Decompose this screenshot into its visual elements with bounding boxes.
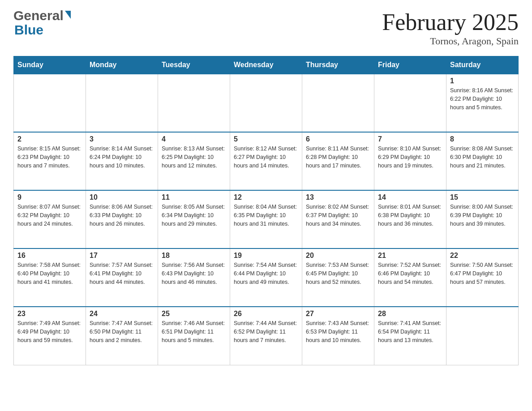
day-number: 23 [17, 310, 82, 318]
day-number: 14 [378, 193, 442, 201]
calendar-cell [446, 307, 519, 365]
calendar-cell: 7Sunrise: 8:10 AM Sunset: 6:29 PM Daylig… [374, 132, 446, 190]
day-number: 8 [450, 135, 515, 143]
day-number: 13 [306, 193, 370, 201]
week-row-5: 23Sunrise: 7:49 AM Sunset: 6:49 PM Dayli… [14, 307, 519, 365]
location-subtitle: Tornos, Aragon, Spain [382, 35, 519, 47]
month-year-title: February 2025 [382, 9, 519, 35]
day-info: Sunrise: 8:08 AM Sunset: 6:30 PM Dayligh… [450, 145, 515, 170]
calendar-cell: 2Sunrise: 8:15 AM Sunset: 6:23 PM Daylig… [14, 132, 86, 190]
day-info: Sunrise: 8:04 AM Sunset: 6:35 PM Dayligh… [234, 203, 298, 228]
day-info: Sunrise: 7:50 AM Sunset: 6:47 PM Dayligh… [450, 261, 515, 286]
header-row: SundayMondayTuesdayWednesdayThursdayFrid… [14, 56, 519, 74]
calendar-cell: 1Sunrise: 8:16 AM Sunset: 6:22 PM Daylig… [446, 74, 519, 132]
day-number: 28 [378, 310, 442, 318]
day-number: 22 [450, 252, 515, 260]
calendar-cell: 28Sunrise: 7:41 AM Sunset: 6:54 PM Dayli… [374, 307, 446, 365]
day-number: 6 [306, 135, 370, 143]
day-info: Sunrise: 8:07 AM Sunset: 6:32 PM Dayligh… [17, 203, 82, 228]
day-number: 27 [306, 310, 370, 318]
calendar-cell: 23Sunrise: 7:49 AM Sunset: 6:49 PM Dayli… [14, 307, 86, 365]
week-row-1: 1Sunrise: 8:16 AM Sunset: 6:22 PM Daylig… [14, 74, 519, 132]
day-info: Sunrise: 8:01 AM Sunset: 6:38 PM Dayligh… [378, 203, 442, 228]
day-number: 4 [162, 135, 226, 143]
calendar-cell: 26Sunrise: 7:44 AM Sunset: 6:52 PM Dayli… [230, 307, 302, 365]
calendar-cell: 16Sunrise: 7:58 AM Sunset: 6:40 PM Dayli… [14, 248, 86, 307]
day-info: Sunrise: 8:06 AM Sunset: 6:33 PM Dayligh… [90, 203, 154, 228]
day-number: 24 [90, 310, 154, 318]
day-info: Sunrise: 8:05 AM Sunset: 6:34 PM Dayligh… [162, 203, 226, 228]
calendar-cell: 17Sunrise: 7:57 AM Sunset: 6:41 PM Dayli… [86, 248, 158, 307]
day-info: Sunrise: 8:11 AM Sunset: 6:28 PM Dayligh… [306, 145, 370, 170]
day-number: 11 [162, 193, 226, 201]
day-header-monday: Monday [86, 56, 158, 74]
calendar-cell: 19Sunrise: 7:54 AM Sunset: 6:44 PM Dayli… [230, 248, 302, 307]
day-info: Sunrise: 7:47 AM Sunset: 6:50 PM Dayligh… [90, 319, 154, 344]
day-info: Sunrise: 7:56 AM Sunset: 6:43 PM Dayligh… [162, 261, 226, 286]
day-number: 19 [234, 252, 298, 260]
page-header: General Blue February 2025 Tornos, Arago… [13, 9, 519, 47]
title-block: February 2025 Tornos, Aragon, Spain [382, 9, 519, 47]
calendar-cell: 21Sunrise: 7:52 AM Sunset: 6:46 PM Dayli… [374, 248, 446, 307]
calendar-cell: 22Sunrise: 7:50 AM Sunset: 6:47 PM Dayli… [446, 248, 519, 307]
week-row-4: 16Sunrise: 7:58 AM Sunset: 6:40 PM Dayli… [14, 248, 519, 307]
day-info: Sunrise: 7:57 AM Sunset: 6:41 PM Dayligh… [90, 261, 154, 286]
day-info: Sunrise: 8:14 AM Sunset: 6:24 PM Dayligh… [90, 145, 154, 170]
calendar-cell [302, 74, 374, 132]
calendar-cell [158, 74, 230, 132]
calendar-cell [374, 74, 446, 132]
calendar-cell: 6Sunrise: 8:11 AM Sunset: 6:28 PM Daylig… [302, 132, 374, 190]
day-number: 21 [378, 252, 442, 260]
calendar-cell: 25Sunrise: 7:46 AM Sunset: 6:51 PM Dayli… [158, 307, 230, 365]
logo-general-text: General [13, 9, 64, 22]
day-header-sunday: Sunday [14, 56, 86, 74]
calendar-cell [14, 74, 86, 132]
day-number: 17 [90, 252, 154, 260]
calendar-header: SundayMondayTuesdayWednesdayThursdayFrid… [14, 56, 519, 74]
calendar-cell: 5Sunrise: 8:12 AM Sunset: 6:27 PM Daylig… [230, 132, 302, 190]
day-number: 2 [17, 135, 82, 143]
day-info: Sunrise: 8:15 AM Sunset: 6:23 PM Dayligh… [17, 145, 82, 170]
calendar-cell: 24Sunrise: 7:47 AM Sunset: 6:50 PM Dayli… [86, 307, 158, 365]
day-info: Sunrise: 7:52 AM Sunset: 6:46 PM Dayligh… [378, 261, 442, 286]
day-number: 18 [162, 252, 226, 260]
day-number: 9 [17, 193, 82, 201]
day-info: Sunrise: 7:54 AM Sunset: 6:44 PM Dayligh… [234, 261, 298, 286]
day-info: Sunrise: 8:16 AM Sunset: 6:22 PM Dayligh… [450, 86, 515, 111]
week-row-2: 2Sunrise: 8:15 AM Sunset: 6:23 PM Daylig… [14, 132, 519, 190]
calendar-cell [230, 74, 302, 132]
day-info: Sunrise: 7:44 AM Sunset: 6:52 PM Dayligh… [234, 319, 298, 344]
calendar-body: 1Sunrise: 8:16 AM Sunset: 6:22 PM Daylig… [14, 74, 519, 365]
calendar-cell: 13Sunrise: 8:02 AM Sunset: 6:37 PM Dayli… [302, 190, 374, 248]
day-header-saturday: Saturday [446, 56, 519, 74]
day-info: Sunrise: 7:53 AM Sunset: 6:45 PM Dayligh… [306, 261, 370, 286]
calendar-cell: 8Sunrise: 8:08 AM Sunset: 6:30 PM Daylig… [446, 132, 519, 190]
calendar-cell: 27Sunrise: 7:43 AM Sunset: 6:53 PM Dayli… [302, 307, 374, 365]
day-number: 20 [306, 252, 370, 260]
day-number: 1 [450, 77, 515, 85]
calendar-cell: 10Sunrise: 8:06 AM Sunset: 6:33 PM Dayli… [86, 190, 158, 248]
week-row-3: 9Sunrise: 8:07 AM Sunset: 6:32 PM Daylig… [14, 190, 519, 248]
day-info: Sunrise: 8:00 AM Sunset: 6:39 PM Dayligh… [450, 203, 515, 228]
calendar-cell [86, 74, 158, 132]
day-number: 7 [378, 135, 442, 143]
calendar-cell: 14Sunrise: 8:01 AM Sunset: 6:38 PM Dayli… [374, 190, 446, 248]
calendar-cell: 15Sunrise: 8:00 AM Sunset: 6:39 PM Dayli… [446, 190, 519, 248]
day-number: 16 [17, 252, 82, 260]
day-header-tuesday: Tuesday [158, 56, 230, 74]
day-number: 10 [90, 193, 154, 201]
day-info: Sunrise: 8:13 AM Sunset: 6:25 PM Dayligh… [162, 145, 226, 170]
calendar-cell: 4Sunrise: 8:13 AM Sunset: 6:25 PM Daylig… [158, 132, 230, 190]
logo: General Blue [13, 9, 71, 38]
day-info: Sunrise: 7:43 AM Sunset: 6:53 PM Dayligh… [306, 319, 370, 344]
logo-arrow-icon [65, 11, 71, 19]
calendar-table: SundayMondayTuesdayWednesdayThursdayFrid… [13, 56, 519, 365]
day-number: 3 [90, 135, 154, 143]
day-number: 12 [234, 193, 298, 201]
calendar-cell: 9Sunrise: 8:07 AM Sunset: 6:32 PM Daylig… [14, 190, 86, 248]
day-header-thursday: Thursday [302, 56, 374, 74]
day-info: Sunrise: 7:46 AM Sunset: 6:51 PM Dayligh… [162, 319, 226, 344]
day-info: Sunrise: 7:49 AM Sunset: 6:49 PM Dayligh… [17, 319, 82, 344]
day-header-wednesday: Wednesday [230, 56, 302, 74]
day-info: Sunrise: 8:02 AM Sunset: 6:37 PM Dayligh… [306, 203, 370, 228]
